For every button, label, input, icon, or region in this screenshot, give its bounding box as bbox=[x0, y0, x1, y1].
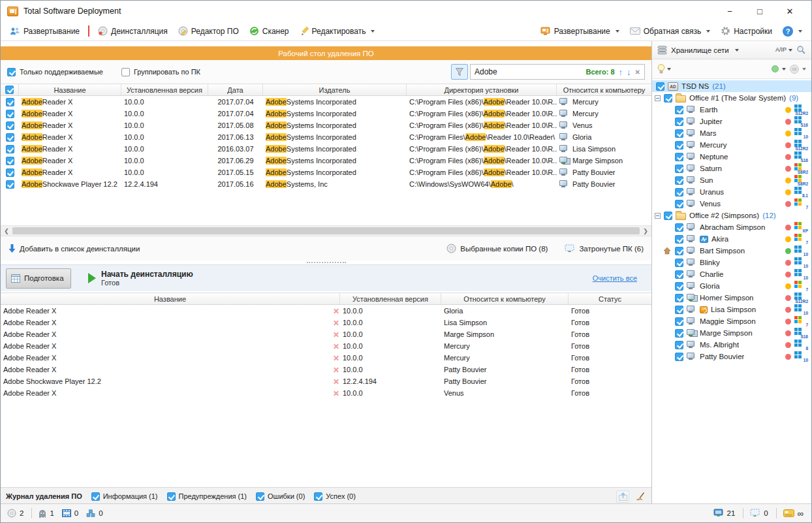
tree-node[interactable]: Office #2 (Simpsons) (12) bbox=[652, 210, 811, 221]
row-checkbox[interactable] bbox=[1, 98, 19, 106]
tree-node[interactable]: Marge Simpson S16 bbox=[652, 327, 811, 339]
scroll-left-icon[interactable]: ❮ bbox=[2, 227, 11, 235]
remove-from-queue-button[interactable] bbox=[330, 355, 340, 361]
tree-checkbox[interactable] bbox=[675, 329, 683, 338]
tree-checkbox[interactable] bbox=[675, 165, 683, 173]
tree-checkbox[interactable] bbox=[675, 282, 683, 291]
row-checkbox[interactable] bbox=[1, 145, 19, 153]
tree-checkbox[interactable] bbox=[675, 129, 683, 138]
online-status-filter-button[interactable] bbox=[772, 65, 786, 72]
next-match-icon[interactable]: ↓ bbox=[627, 67, 631, 77]
tree-checkbox[interactable] bbox=[675, 188, 683, 197]
table-row[interactable]: Adobe Reader X 10.0.0 2017.06.29 Adobe S… bbox=[1, 155, 651, 166]
table-row[interactable]: Adobe Shockwave Player 12.2 12.2.4.194 2… bbox=[1, 178, 651, 190]
queue-row[interactable]: Adobe Reader X 10.0.0 Patty Bouvier Гото… bbox=[1, 364, 651, 375]
only-supported-checkbox[interactable]: Только поддерживаемые bbox=[7, 68, 103, 76]
tree-node[interactable]: Uranus 8.1 bbox=[652, 186, 811, 198]
log-filter-errors[interactable]: Ошибки (0) bbox=[256, 492, 305, 501]
tree-node[interactable]: Earth S12R2 bbox=[652, 104, 811, 116]
row-checkbox[interactable] bbox=[1, 133, 19, 142]
tree-checkbox[interactable] bbox=[675, 118, 683, 126]
expand-toggle-icon[interactable] bbox=[655, 95, 661, 101]
log-filter-info[interactable]: Информация (1) bbox=[91, 492, 158, 501]
sort-by-name-ip-button[interactable]: A/IP bbox=[775, 47, 792, 53]
help-button[interactable]: ? bbox=[777, 24, 807, 39]
log-filter-success[interactable]: Успех (0) bbox=[314, 492, 356, 501]
table-row[interactable]: Adobe Reader X 10.0.0 2017.06.13 Adobe S… bbox=[1, 131, 651, 143]
export-log-button[interactable] bbox=[616, 490, 629, 503]
column-header-publisher[interactable]: Издатель bbox=[263, 84, 407, 95]
filter-funnel-button[interactable] bbox=[451, 64, 468, 80]
horizontal-scrollbar[interactable]: ❮ ❯ bbox=[1, 225, 651, 236]
tree-node[interactable]: Charlie 10 bbox=[652, 268, 811, 280]
tree-node[interactable]: Mars 10 bbox=[652, 127, 811, 139]
uninstall-mode-button[interactable]: Деинсталляция bbox=[93, 24, 173, 38]
queue-column-version[interactable]: Установленная версия bbox=[340, 293, 441, 304]
column-header-date[interactable]: Дата bbox=[208, 84, 263, 95]
tree-node[interactable]: Patty Bouvier 10 bbox=[652, 351, 811, 362]
tree-node[interactable]: Neptune S16 bbox=[652, 151, 811, 163]
tree-checkbox[interactable] bbox=[664, 94, 672, 103]
remove-from-queue-button[interactable] bbox=[330, 320, 340, 326]
tree-checkbox[interactable] bbox=[675, 235, 683, 244]
tree-node[interactable]: Saturn S8R2 bbox=[652, 163, 811, 174]
start-uninstall-button[interactable]: Начать деинсталляцию Готов bbox=[88, 270, 193, 287]
tree-checkbox[interactable] bbox=[675, 270, 683, 279]
column-header-directory[interactable]: Директория установки bbox=[407, 84, 557, 95]
maximize-button[interactable]: □ bbox=[745, 7, 775, 16]
tree-node[interactable]: Gloria 7 bbox=[652, 280, 811, 292]
tree-node[interactable]: Venus 7 bbox=[652, 198, 811, 210]
tree-checkbox[interactable] bbox=[656, 82, 664, 91]
tree-node[interactable]: Jupiter S16 bbox=[652, 116, 811, 127]
deploy-mode-button[interactable]: Развертывание bbox=[5, 25, 85, 38]
remove-from-queue-button[interactable] bbox=[330, 367, 340, 373]
tree-checkbox[interactable] bbox=[675, 317, 683, 326]
tree-checkbox[interactable] bbox=[675, 306, 683, 314]
table-row[interactable]: Adobe Reader X 10.0.0 2016.03.07 Adobe S… bbox=[1, 143, 651, 155]
queue-row[interactable]: Adobe Reader X 10.0.0 Venus Готов bbox=[1, 387, 651, 399]
tree-node[interactable]: Lisa Simpson 10 bbox=[652, 304, 811, 315]
queue-row[interactable]: Adobe Reader X 10.0.0 Mercury Готов bbox=[1, 352, 651, 364]
row-checkbox[interactable] bbox=[1, 110, 19, 118]
tree-checkbox[interactable] bbox=[675, 153, 683, 161]
tree-checkbox[interactable] bbox=[675, 294, 683, 302]
settings-button[interactable]: Настройки bbox=[715, 24, 777, 38]
remove-from-queue-button[interactable] bbox=[330, 308, 340, 314]
tree-checkbox[interactable] bbox=[664, 212, 672, 220]
tree-node[interactable]: AD TSD NS (21) bbox=[652, 80, 811, 92]
scan-status-filter-button[interactable] bbox=[657, 64, 671, 74]
expand-toggle-icon[interactable] bbox=[655, 213, 661, 219]
tree-checkbox[interactable] bbox=[675, 223, 683, 232]
remove-from-queue-button[interactable] bbox=[330, 343, 340, 349]
remove-from-queue-button[interactable] bbox=[330, 390, 340, 396]
queue-row[interactable]: Adobe Reader X 10.0.0 Mercury Готов bbox=[1, 340, 651, 352]
search-icon[interactable] bbox=[796, 45, 806, 55]
tree-checkbox[interactable] bbox=[675, 200, 683, 208]
tree-node[interactable]: Blinky 10 bbox=[652, 257, 811, 268]
table-row[interactable]: Adobe Reader X 10.0.0 2017.07.04 Adobe S… bbox=[1, 96, 651, 108]
table-row[interactable]: Adobe Reader X 10.0.0 2017.07.04 Adobe S… bbox=[1, 108, 651, 119]
clear-search-icon[interactable]: ✕ bbox=[635, 69, 640, 76]
scanner-button[interactable]: Сканер bbox=[244, 24, 294, 38]
os-filter-button[interactable]: os bbox=[790, 65, 806, 74]
affected-pcs-button[interactable]: Затронутые ПК (6) bbox=[565, 244, 644, 253]
selected-copies-button[interactable]: Выбранные копии ПО (8) bbox=[446, 244, 548, 253]
tree-checkbox[interactable] bbox=[675, 176, 683, 185]
row-checkbox[interactable] bbox=[1, 121, 19, 130]
software-editor-button[interactable]: Редактор ПО bbox=[173, 24, 244, 38]
queue-row[interactable]: Adobe Reader X 10.0.0 Gloria Готов bbox=[1, 305, 651, 317]
table-row[interactable]: Adobe Reader X 10.0.0 2017.05.15 Adobe S… bbox=[1, 166, 651, 178]
queue-column-name[interactable]: Название bbox=[1, 293, 340, 304]
queue-row[interactable]: Adobe Reader X 10.0.0 Lisa Simpson Готов bbox=[1, 317, 651, 328]
tree-node[interactable]: Ms. Albright 8 bbox=[652, 339, 811, 351]
prepare-tab[interactable]: Подготовка bbox=[6, 268, 71, 289]
tree-node[interactable]: Mercury S12R2 bbox=[652, 139, 811, 151]
tree-checkbox[interactable] bbox=[675, 141, 683, 150]
tree-node[interactable]: Sun S8R2 bbox=[652, 174, 811, 186]
tree-checkbox[interactable] bbox=[675, 341, 683, 349]
row-checkbox[interactable] bbox=[1, 180, 19, 189]
prev-match-icon[interactable]: ↑ bbox=[619, 67, 623, 77]
table-row[interactable]: Adobe Reader X 10.0.0 2017.05.08 Adobe S… bbox=[1, 119, 651, 131]
feedback-button[interactable]: Обратная связь bbox=[625, 25, 715, 38]
queue-column-computer[interactable]: Относится к компьютеру bbox=[441, 293, 569, 304]
